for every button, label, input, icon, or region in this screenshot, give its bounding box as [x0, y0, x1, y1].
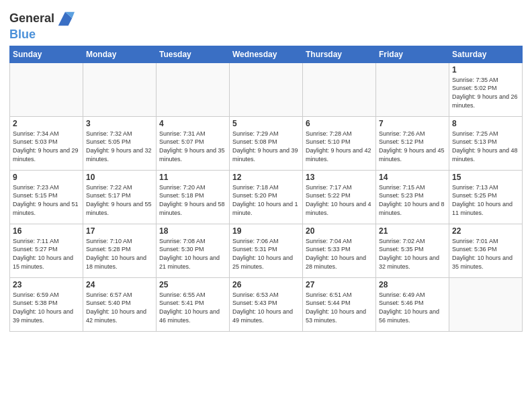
day-number: 24 — [86, 280, 153, 289]
day-info: Sunrise: 7:06 AM Sunset: 5:31 PM Dayligh… — [232, 237, 300, 271]
day-info: Sunrise: 7:22 AM Sunset: 5:17 PM Dayligh… — [86, 183, 153, 217]
calendar-header-row: SundayMondayTuesdayWednesdayThursdayFrid… — [10, 46, 523, 62]
weekday-header: Sunday — [10, 46, 83, 62]
day-info: Sunrise: 7:31 AM Sunset: 5:07 PM Dayligh… — [159, 130, 226, 163]
day-number: 3 — [86, 119, 153, 128]
day-number: 20 — [306, 226, 373, 236]
calendar-cell: 13Sunrise: 7:17 AM Sunset: 5:22 PM Dayli… — [303, 170, 376, 224]
calendar-cell: 10Sunrise: 7:22 AM Sunset: 5:17 PM Dayli… — [83, 170, 157, 224]
day-info: Sunrise: 6:51 AM Sunset: 5:44 PM Dayligh… — [306, 291, 373, 324]
day-info: Sunrise: 7:23 AM Sunset: 5:15 PM Dayligh… — [13, 183, 80, 217]
day-number: 23 — [13, 280, 80, 289]
calendar-cell: 18Sunrise: 7:08 AM Sunset: 5:30 PM Dayli… — [157, 224, 230, 277]
calendar-cell — [230, 62, 303, 116]
weekday-header: Thursday — [303, 46, 376, 62]
calendar-week-row: 2Sunrise: 7:34 AM Sunset: 5:03 PM Daylig… — [10, 116, 523, 170]
calendar-cell — [376, 62, 449, 116]
weekday-header: Friday — [376, 46, 449, 62]
day-info: Sunrise: 7:11 AM Sunset: 5:27 PM Dayligh… — [13, 237, 80, 271]
day-number: 9 — [13, 173, 80, 182]
logo-text: General — [9, 12, 54, 26]
day-info: Sunrise: 7:35 AM Sunset: 5:02 PM Dayligh… — [452, 76, 519, 109]
calendar-cell: 4Sunrise: 7:31 AM Sunset: 5:07 PM Daylig… — [157, 116, 230, 170]
weekday-header: Monday — [83, 46, 157, 62]
day-number: 7 — [379, 119, 446, 128]
calendar-cell — [10, 62, 83, 116]
day-info: Sunrise: 7:17 AM Sunset: 5:22 PM Dayligh… — [306, 183, 373, 217]
day-info: Sunrise: 6:53 AM Sunset: 5:43 PM Dayligh… — [232, 291, 300, 324]
calendar-cell: 19Sunrise: 7:06 AM Sunset: 5:31 PM Dayli… — [230, 224, 303, 277]
calendar-cell: 5Sunrise: 7:29 AM Sunset: 5:08 PM Daylig… — [230, 116, 303, 170]
calendar-cell: 26Sunrise: 6:53 AM Sunset: 5:43 PM Dayli… — [230, 277, 303, 331]
day-info: Sunrise: 7:26 AM Sunset: 5:12 PM Dayligh… — [379, 130, 446, 163]
day-info: Sunrise: 6:59 AM Sunset: 5:38 PM Dayligh… — [13, 291, 80, 324]
calendar-week-row: 1Sunrise: 7:35 AM Sunset: 5:02 PM Daylig… — [10, 62, 523, 116]
day-info: Sunrise: 7:28 AM Sunset: 5:10 PM Dayligh… — [306, 130, 373, 163]
day-info: Sunrise: 6:57 AM Sunset: 5:40 PM Dayligh… — [86, 291, 153, 324]
calendar-cell: 3Sunrise: 7:32 AM Sunset: 5:05 PM Daylig… — [83, 116, 157, 170]
calendar-cell — [303, 62, 376, 116]
weekday-header: Saturday — [449, 46, 523, 62]
day-number: 2 — [13, 119, 80, 128]
logo-text-blue: Blue — [9, 28, 75, 42]
day-info: Sunrise: 7:18 AM Sunset: 5:20 PM Dayligh… — [232, 183, 300, 217]
calendar-cell: 11Sunrise: 7:20 AM Sunset: 5:18 PM Dayli… — [157, 170, 230, 224]
day-info: Sunrise: 7:08 AM Sunset: 5:30 PM Dayligh… — [159, 237, 226, 271]
calendar-cell: 15Sunrise: 7:13 AM Sunset: 5:25 PM Dayli… — [449, 170, 523, 224]
day-number: 25 — [159, 280, 226, 289]
day-number: 19 — [232, 226, 300, 236]
calendar-cell: 6Sunrise: 7:28 AM Sunset: 5:10 PM Daylig… — [303, 116, 376, 170]
calendar-cell: 12Sunrise: 7:18 AM Sunset: 5:20 PM Dayli… — [230, 170, 303, 224]
calendar-cell: 1Sunrise: 7:35 AM Sunset: 5:02 PM Daylig… — [449, 62, 523, 116]
day-number: 1 — [452, 65, 519, 75]
calendar-week-row: 9Sunrise: 7:23 AM Sunset: 5:15 PM Daylig… — [10, 170, 523, 224]
calendar-cell — [449, 277, 523, 331]
calendar-cell: 8Sunrise: 7:25 AM Sunset: 5:13 PM Daylig… — [449, 116, 523, 170]
day-number: 16 — [13, 226, 80, 236]
day-number: 13 — [306, 173, 373, 182]
calendar-cell: 7Sunrise: 7:26 AM Sunset: 5:12 PM Daylig… — [376, 116, 449, 170]
day-number: 22 — [452, 226, 519, 236]
day-number: 14 — [379, 173, 446, 182]
day-number: 11 — [159, 173, 226, 182]
day-number: 5 — [232, 119, 300, 128]
day-number: 12 — [232, 173, 300, 182]
day-number: 26 — [232, 280, 300, 289]
page-header: General Blue — [9, 7, 523, 42]
day-info: Sunrise: 7:25 AM Sunset: 5:13 PM Dayligh… — [452, 130, 519, 163]
calendar-cell: 23Sunrise: 6:59 AM Sunset: 5:38 PM Dayli… — [10, 277, 83, 331]
calendar-cell: 9Sunrise: 7:23 AM Sunset: 5:15 PM Daylig… — [10, 170, 83, 224]
day-number: 21 — [379, 226, 446, 236]
day-info: Sunrise: 7:34 AM Sunset: 5:03 PM Dayligh… — [13, 130, 80, 163]
day-number: 27 — [306, 280, 373, 289]
day-number: 15 — [452, 173, 519, 182]
weekday-header: Wednesday — [230, 46, 303, 62]
calendar-cell — [157, 62, 230, 116]
calendar-cell: 2Sunrise: 7:34 AM Sunset: 5:03 PM Daylig… — [10, 116, 83, 170]
day-info: Sunrise: 7:32 AM Sunset: 5:05 PM Dayligh… — [86, 130, 153, 163]
day-info: Sunrise: 7:15 AM Sunset: 5:23 PM Dayligh… — [379, 183, 446, 217]
calendar-cell: 21Sunrise: 7:02 AM Sunset: 5:35 PM Dayli… — [376, 224, 449, 277]
day-info: Sunrise: 7:01 AM Sunset: 5:36 PM Dayligh… — [452, 237, 519, 271]
calendar-cell — [83, 62, 157, 116]
day-info: Sunrise: 6:55 AM Sunset: 5:41 PM Dayligh… — [159, 291, 226, 324]
calendar-week-row: 16Sunrise: 7:11 AM Sunset: 5:27 PM Dayli… — [10, 224, 523, 277]
logo: General Blue — [9, 9, 75, 42]
day-number: 6 — [306, 119, 373, 128]
calendar-cell: 27Sunrise: 6:51 AM Sunset: 5:44 PM Dayli… — [303, 277, 376, 331]
day-info: Sunrise: 6:49 AM Sunset: 5:46 PM Dayligh… — [379, 291, 446, 324]
calendar-cell: 24Sunrise: 6:57 AM Sunset: 5:40 PM Dayli… — [83, 277, 157, 331]
page-container: General Blue SundayMondayTuesdayWednesda… — [0, 0, 532, 338]
day-info: Sunrise: 7:13 AM Sunset: 5:25 PM Dayligh… — [452, 183, 519, 217]
calendar-cell: 25Sunrise: 6:55 AM Sunset: 5:41 PM Dayli… — [157, 277, 230, 331]
calendar-table: SundayMondayTuesdayWednesdayThursdayFrid… — [9, 46, 523, 332]
day-info: Sunrise: 7:02 AM Sunset: 5:35 PM Dayligh… — [379, 237, 446, 271]
day-number: 8 — [452, 119, 519, 128]
day-number: 10 — [86, 173, 153, 182]
day-number: 28 — [379, 280, 446, 289]
calendar-cell: 17Sunrise: 7:10 AM Sunset: 5:28 PM Dayli… — [83, 224, 157, 277]
day-number: 18 — [159, 226, 226, 236]
day-info: Sunrise: 7:04 AM Sunset: 5:33 PM Dayligh… — [306, 237, 373, 271]
weekday-header: Tuesday — [157, 46, 230, 62]
day-number: 4 — [159, 119, 226, 128]
